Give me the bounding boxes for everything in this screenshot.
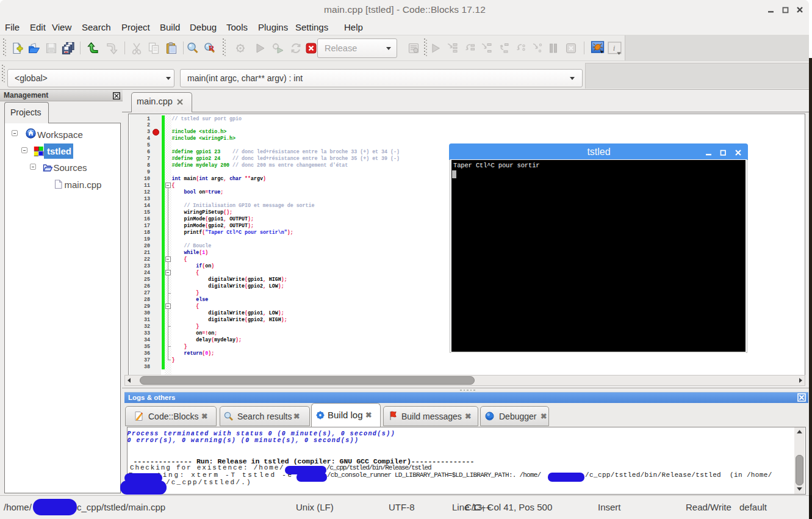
- svg-text:i: i: [613, 43, 616, 53]
- svg-text:R: R: [209, 43, 215, 53]
